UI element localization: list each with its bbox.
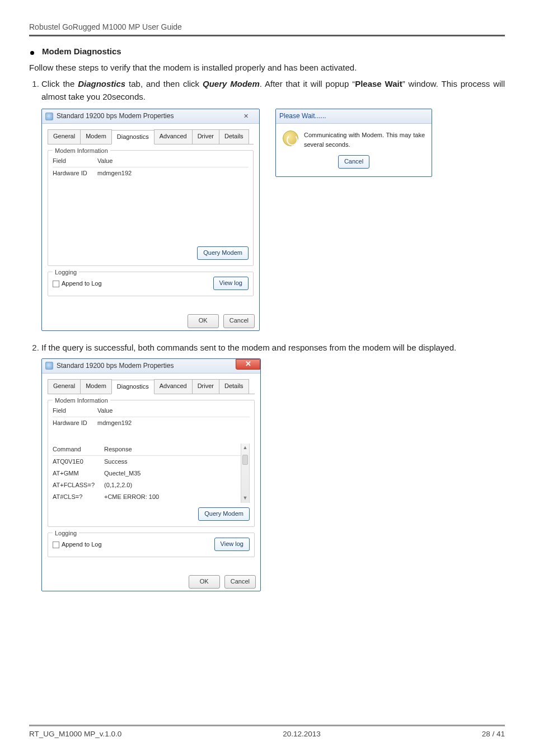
tab-modem[interactable]: Modem bbox=[80, 129, 112, 144]
modem-info-group: Modem Information Field Value Hardware I… bbox=[48, 400, 255, 527]
query-modem-button[interactable]: Query Modem bbox=[198, 507, 250, 521]
tab-strip: General Modem Diagnostics Advanced Drive… bbox=[48, 379, 255, 394]
tab-general[interactable]: General bbox=[48, 129, 81, 144]
scroll-down-icon[interactable]: ▼ bbox=[243, 494, 248, 503]
bullet-icon bbox=[30, 51, 34, 55]
titlebar: Standard 19200 bps Modem Properties ✕ bbox=[42, 359, 260, 374]
system-icon bbox=[45, 113, 53, 120]
table-row: ATQ0V1E0Success bbox=[53, 456, 241, 468]
section-title: Modem Diagnostics bbox=[42, 46, 121, 56]
append-to-log[interactable]: Append to Log bbox=[53, 540, 102, 549]
titlebar: Please Wait...... bbox=[276, 109, 432, 124]
system-icon bbox=[45, 362, 53, 370]
step2-text: If the query is successful, both command… bbox=[41, 343, 456, 352]
footer-right: 28 / 41 bbox=[482, 730, 505, 738]
view-log-button[interactable]: View log bbox=[214, 538, 250, 551]
hwid-value: mdmgen192 bbox=[97, 418, 250, 428]
titlebar: Standard 19200 bps Modem Properties ✕ bbox=[42, 109, 259, 124]
col-field: Field bbox=[53, 406, 97, 416]
scroll-thumb[interactable] bbox=[242, 455, 248, 465]
checkbox-icon[interactable] bbox=[53, 281, 59, 287]
tab-modem[interactable]: Modem bbox=[80, 379, 112, 394]
view-log-button[interactable]: View log bbox=[213, 277, 249, 290]
tab-advanced[interactable]: Advanced bbox=[154, 129, 193, 144]
logging-legend: Logging bbox=[53, 529, 79, 538]
tab-driver[interactable]: Driver bbox=[192, 129, 219, 144]
modem-info-legend: Modem Information bbox=[53, 396, 110, 405]
step-2: If the query is successful, both command… bbox=[41, 341, 505, 592]
table-row: Hardware ID mdmgen192 bbox=[53, 167, 249, 179]
scroll-up-icon[interactable]: ▲ bbox=[243, 444, 248, 452]
append-to-log[interactable]: Append to Log bbox=[53, 279, 102, 288]
table-row: AT+GMMQuectel_M35 bbox=[53, 468, 241, 479]
modem-info-legend: Modem Information bbox=[53, 146, 110, 156]
progress-icon bbox=[283, 130, 298, 146]
tab-details[interactable]: Details bbox=[219, 129, 249, 144]
col-command: Command bbox=[53, 445, 104, 454]
modem-info-group: Modem Information Field Value Hardware I… bbox=[48, 150, 254, 266]
tab-diagnostics[interactable]: Diagnostics bbox=[111, 130, 154, 144]
tab-advanced[interactable]: Advanced bbox=[154, 379, 193, 394]
close-icon[interactable]: ✕ bbox=[236, 359, 260, 370]
footer-center: 20.12.2013 bbox=[283, 730, 321, 738]
tab-details[interactable]: Details bbox=[219, 379, 249, 394]
hwid-value: mdmgen192 bbox=[97, 169, 249, 178]
query-modem-button[interactable]: Query Modem bbox=[197, 246, 249, 260]
tab-driver[interactable]: Driver bbox=[192, 379, 219, 394]
please-wait-dialog: Please Wait...... Communicating with Mod… bbox=[275, 109, 432, 177]
ok-button[interactable]: OK bbox=[188, 314, 219, 328]
scrollbar[interactable]: ▲ ▼ bbox=[241, 444, 250, 503]
close-icon[interactable]: ✕ bbox=[235, 111, 257, 121]
step-1: Click the Diagnostics tab, and then clic… bbox=[41, 77, 505, 331]
tab-general[interactable]: General bbox=[48, 379, 81, 394]
col-response: Response bbox=[104, 445, 241, 454]
tab-diagnostics[interactable]: Diagnostics bbox=[111, 380, 154, 394]
modem-properties-window-1: Standard 19200 bps Modem Properties ✕ Ge… bbox=[41, 109, 260, 330]
modem-properties-window-2: Standard 19200 bps Modem Properties ✕ Ge… bbox=[41, 358, 261, 592]
col-value: Value bbox=[97, 156, 249, 166]
logging-legend: Logging bbox=[53, 268, 79, 277]
checkbox-icon[interactable] bbox=[53, 542, 59, 548]
tab-strip: General Modem Diagnostics Advanced Drive… bbox=[48, 129, 254, 144]
hwid-label: Hardware ID bbox=[53, 418, 97, 428]
please-wait-message: Communicating with Modem. This may take … bbox=[304, 130, 425, 150]
window-title: Standard 19200 bps Modem Properties bbox=[57, 111, 174, 122]
section-heading-row: Modem Diagnostics bbox=[29, 46, 505, 59]
step1-text: Click the Diagnostics tab, and then clic… bbox=[41, 79, 505, 101]
table-row: AT+FCLASS=?(0,1,2,2.0) bbox=[53, 479, 241, 491]
col-field: Field bbox=[53, 156, 97, 166]
intro-text: Follow these steps to verify that the mo… bbox=[29, 62, 505, 74]
please-wait-cancel-button[interactable]: Cancel bbox=[338, 155, 369, 169]
table-row: AT#CLS=?+CME ERROR: 100 bbox=[53, 491, 241, 503]
hwid-label: Hardware ID bbox=[53, 169, 97, 178]
window-title: Standard 19200 bps Modem Properties bbox=[57, 361, 174, 371]
please-wait-title: Please Wait...... bbox=[279, 111, 326, 122]
table-row: Hardware ID mdmgen192 bbox=[53, 417, 250, 429]
page-footer: RT_UG_M1000 MP_v.1.0.0 20.12.2013 28 / 4… bbox=[29, 725, 505, 738]
logging-group: Logging Append to Log View log bbox=[48, 272, 254, 296]
footer-left: RT_UG_M1000 MP_v.1.0.0 bbox=[29, 730, 121, 738]
logging-group: Logging Append to Log View log bbox=[48, 533, 255, 557]
ok-button[interactable]: OK bbox=[189, 575, 220, 589]
col-value: Value bbox=[97, 406, 250, 416]
steps-list: Click the Diagnostics tab, and then clic… bbox=[29, 77, 505, 592]
document-header: Robustel GoRugged M1000 MP User Guide bbox=[29, 22, 505, 36]
cancel-button[interactable]: Cancel bbox=[223, 314, 255, 328]
cancel-button[interactable]: Cancel bbox=[224, 575, 256, 589]
